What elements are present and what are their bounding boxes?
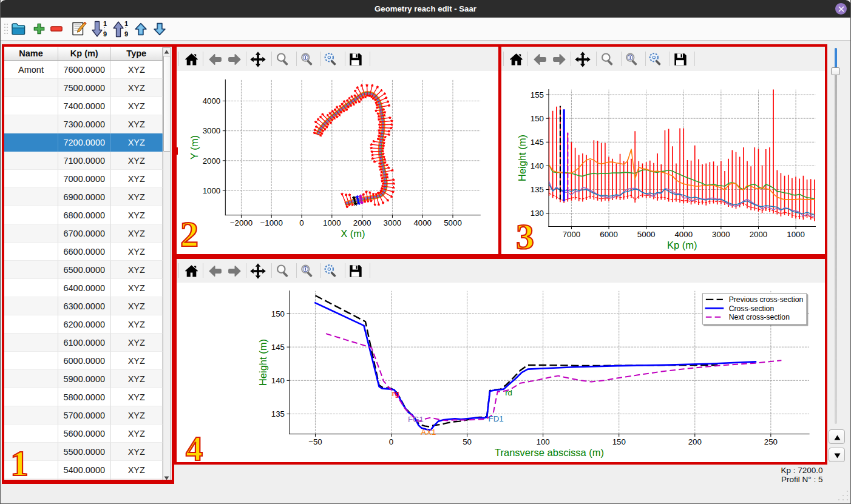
svg-text:9: 9 bbox=[103, 30, 107, 38]
svg-text:9: 9 bbox=[124, 30, 128, 38]
